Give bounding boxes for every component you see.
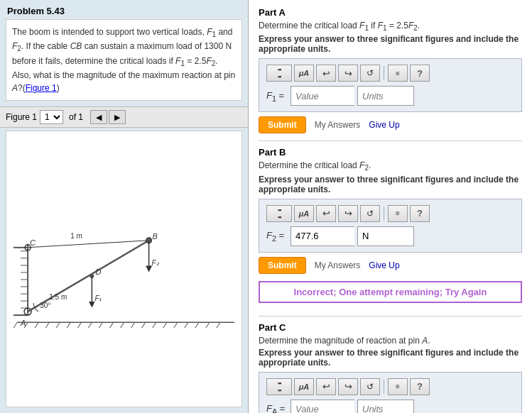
- part-a-submit-row: Submit My Answers Give Up: [259, 116, 522, 133]
- svg-line-42: [185, 322, 188, 328]
- part-a-input-row: F1 =: [266, 86, 514, 106]
- part-a-eq-label: F1 =: [266, 90, 288, 103]
- svg-text:F₁: F₁: [94, 294, 102, 302]
- part-c-instruction: Determine the magnitude of reaction at p…: [259, 336, 522, 346]
- part-b-redo[interactable]: ↪: [338, 205, 358, 222]
- svg-text:B: B: [153, 232, 158, 241]
- part-b-redo-icon: ↪: [344, 208, 352, 219]
- right-panel: Part A Determine the critical load F1 if…: [249, 0, 532, 413]
- svg-line-26: [13, 322, 17, 328]
- part-c-mu-label: μA: [299, 382, 310, 391]
- svg-text:D: D: [95, 268, 101, 276]
- part-c-help[interactable]: ?: [410, 378, 430, 395]
- part-c-refresh-icon: ↺: [367, 382, 374, 392]
- part-c-tool-blocks[interactable]: ▪▪▪▪: [266, 378, 292, 395]
- svg-line-38: [142, 322, 146, 328]
- part-c-undo[interactable]: ↩: [316, 378, 336, 395]
- svg-line-36: [120, 322, 124, 328]
- part-a-redo[interactable]: ↪: [338, 65, 358, 82]
- part-a-my-answers[interactable]: My Answers: [315, 120, 361, 130]
- part-a-refresh[interactable]: ↺: [360, 65, 380, 82]
- svg-text:1 m: 1 m: [70, 232, 82, 240]
- part-a-mu-label: μA: [299, 69, 310, 77]
- part-c-answer-box: ▪▪▪▪ μA ↩ ↪ ↺ ≡ ? FA =: [259, 372, 522, 413]
- part-b-eq[interactable]: ≡: [388, 205, 408, 222]
- part-a-units-input[interactable]: [357, 86, 414, 106]
- svg-line-29: [45, 322, 49, 328]
- part-b-refresh[interactable]: ↺: [360, 205, 380, 222]
- part-b-eq-icon: ≡: [396, 209, 400, 217]
- incorrect-banner: Incorrect; One attempt remaining; Try Ag…: [259, 281, 522, 303]
- part-c-refresh[interactable]: ↺: [360, 378, 380, 395]
- svg-line-45: [217, 322, 220, 328]
- svg-line-30: [56, 322, 60, 328]
- svg-text:C: C: [30, 238, 36, 247]
- part-a-title: Part A: [259, 7, 522, 18]
- part-a-refresh-icon: ↺: [367, 68, 374, 78]
- part-b-value-input[interactable]: [291, 226, 354, 246]
- part-b-undo[interactable]: ↩: [316, 205, 336, 222]
- part-a-submit-button[interactable]: Submit: [259, 116, 306, 133]
- part-a-tool-mu[interactable]: μA: [294, 65, 314, 82]
- part-a-eq[interactable]: ≡: [388, 65, 408, 82]
- next-button[interactable]: ▶: [109, 110, 126, 124]
- part-b-submit-button[interactable]: Submit: [259, 257, 306, 274]
- part-a-sep1: [384, 66, 384, 80]
- problem-description: The boom is intended to support two vert…: [6, 19, 242, 101]
- part-ab-divider: [259, 141, 522, 141]
- svg-line-32: [77, 322, 81, 328]
- part-c-tool-mu[interactable]: μA: [294, 378, 314, 395]
- part-c-expression: Express your answer to three significant…: [259, 348, 522, 368]
- part-a-undo[interactable]: ↩: [316, 65, 336, 82]
- part-b-mu-label: μA: [299, 209, 310, 218]
- svg-line-33: [88, 322, 92, 328]
- part-b-sep1: [384, 206, 384, 221]
- svg-line-39: [153, 322, 156, 328]
- svg-line-37: [131, 322, 135, 328]
- part-b-submit-row: Submit My Answers Give Up: [259, 257, 522, 274]
- part-a-undo-icon: ↩: [322, 68, 330, 79]
- part-c-input-row: FA =: [266, 400, 514, 413]
- part-c-redo[interactable]: ↪: [338, 378, 358, 395]
- part-a-toolbar: ▪▪▪▪ μA ↩ ↪ ↺ ≡ ?: [266, 65, 514, 82]
- part-b-tool-mu[interactable]: μA: [294, 205, 314, 222]
- part-a-help[interactable]: ?: [410, 65, 430, 82]
- part-b-help[interactable]: ?: [410, 205, 430, 222]
- svg-line-28: [35, 322, 38, 328]
- part-a-value-input[interactable]: [291, 86, 354, 106]
- part-b-help-icon: ?: [417, 208, 423, 219]
- part-c-redo-icon: ↪: [344, 381, 352, 392]
- part-b-tool-blocks[interactable]: ▪▪▪▪: [266, 205, 292, 222]
- part-b-give-up[interactable]: Give Up: [369, 260, 399, 270]
- part-a-give-up[interactable]: Give Up: [369, 120, 399, 130]
- svg-line-43: [195, 322, 199, 328]
- svg-line-34: [99, 322, 102, 328]
- part-a-instruction: Determine the critical load F1 if F1 = 2…: [259, 21, 522, 32]
- svg-line-40: [163, 322, 167, 328]
- figure-svg: A C B D 1 m 1.5 m: [6, 131, 241, 407]
- part-b-units-input[interactable]: [357, 226, 414, 246]
- figure-controls: Figure 1 1 of 1 ◀ ▶: [0, 106, 248, 128]
- part-c-undo-icon: ↩: [322, 381, 330, 392]
- part-b-my-answers[interactable]: My Answers: [315, 260, 361, 270]
- figure-link[interactable]: Figure 1: [26, 83, 57, 93]
- svg-line-35: [109, 322, 113, 328]
- part-c-title: Part C: [259, 322, 522, 333]
- part-c-eq-icon: ≡: [396, 382, 400, 390]
- figure-select[interactable]: 1: [40, 110, 63, 124]
- part-b-toolbar: ▪▪▪▪ μA ↩ ↪ ↺ ≡ ?: [266, 205, 514, 222]
- part-a-expression: Express your answer to three significant…: [259, 34, 522, 54]
- figure-label: Figure 1: [6, 112, 37, 122]
- svg-text:1.5 m: 1.5 m: [49, 293, 67, 301]
- part-c-units-input[interactable]: [357, 400, 414, 413]
- part-c-eq[interactable]: ≡: [388, 378, 408, 395]
- prev-button[interactable]: ◀: [90, 110, 107, 124]
- part-a-tool-blocks[interactable]: ▪▪▪▪: [266, 65, 292, 82]
- part-b-title: Part B: [259, 147, 522, 158]
- part-a-redo-icon: ↪: [344, 68, 352, 79]
- part-a-help-icon: ?: [417, 68, 423, 79]
- svg-line-15: [28, 241, 149, 312]
- problem-title: Problem 5.43: [0, 0, 248, 19]
- part-c-value-input[interactable]: [291, 400, 354, 413]
- part-b-undo-icon: ↩: [322, 208, 330, 219]
